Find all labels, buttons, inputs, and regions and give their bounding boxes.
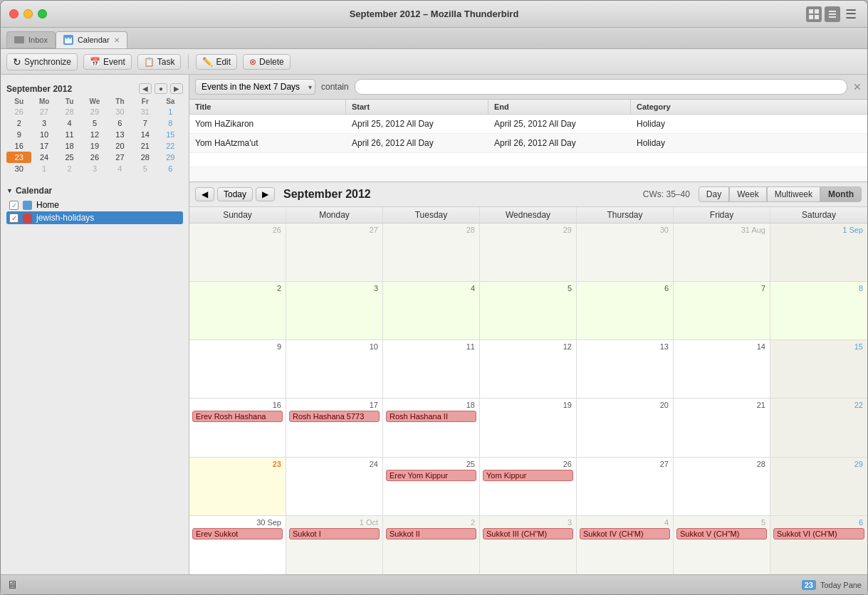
- mini-cal-day-5-1[interactable]: 1: [31, 163, 56, 174]
- cal-day-22[interactable]: 22: [770, 399, 867, 456]
- mini-cal-day-3-0[interactable]: 16: [6, 140, 31, 152]
- mini-cal-day-0-0[interactable]: 26: [6, 106, 31, 117]
- cal-day-7[interactable]: 7: [674, 282, 770, 339]
- task-button[interactable]: 📋 Task: [137, 54, 182, 70]
- cal-day-19[interactable]: 19: [480, 399, 577, 456]
- cal-day-30-aug[interactable]: 30: [577, 223, 674, 281]
- view-week-button[interactable]: Week: [729, 186, 766, 202]
- event-sukkot-i[interactable]: Sukkot I: [289, 528, 380, 539]
- mini-cal-day-5-5[interactable]: 5: [132, 163, 157, 174]
- tab-inbox[interactable]: Inbox: [6, 31, 56, 48]
- calendar-section-header[interactable]: ▼ Calendar: [6, 186, 183, 196]
- event-button[interactable]: 📅 Event: [83, 54, 132, 70]
- col-title[interactable]: Title: [189, 100, 346, 114]
- cal-day-5-oct[interactable]: 5 Sukkot V (CH"M): [674, 516, 770, 574]
- event-rosh-hashana-ii[interactable]: Rosh Hashana II: [386, 411, 476, 422]
- cal-day-27[interactable]: 27: [577, 458, 674, 515]
- home-checkbox[interactable]: ✓: [9, 201, 19, 210]
- jewish-checkbox[interactable]: ✓: [9, 214, 19, 223]
- mini-cal-day-5-3[interactable]: 3: [82, 163, 107, 174]
- filter-close-button[interactable]: ✕: [853, 81, 862, 93]
- mini-cal-day-3-4[interactable]: 20: [108, 140, 132, 152]
- mini-cal-day-1-1[interactable]: 3: [31, 117, 56, 129]
- menu-icon[interactable]: ☰: [843, 6, 859, 22]
- event-sukkot-iv[interactable]: Sukkot IV (CH'M): [580, 528, 670, 539]
- mini-cal-next[interactable]: ▶: [170, 83, 183, 94]
- cal-day-8[interactable]: 8: [770, 282, 867, 339]
- mini-cal-day-0-1[interactable]: 27: [31, 106, 56, 117]
- view-month-button[interactable]: Month: [820, 186, 862, 202]
- mini-cal-day-5-2[interactable]: 2: [57, 163, 82, 174]
- mini-cal-day-1-5[interactable]: 7: [132, 117, 157, 129]
- cal-day-23[interactable]: 23: [189, 458, 286, 515]
- tab-calendar-close[interactable]: ✕: [114, 36, 120, 44]
- mini-cal-day-3-3[interactable]: 19: [82, 140, 107, 152]
- close-button[interactable]: [9, 9, 19, 19]
- mini-cal-day-1-2[interactable]: 4: [57, 117, 82, 129]
- calendar-item-home[interactable]: ✓ Home: [6, 199, 183, 211]
- filter-select[interactable]: Events in the Next 7 Days All Events Tod…: [195, 79, 315, 95]
- cal-day-14[interactable]: 14: [674, 340, 770, 398]
- cal-day-18[interactable]: 18 Rosh Hashana II: [383, 399, 480, 456]
- cal-day-4[interactable]: 4: [383, 282, 480, 339]
- cal-day-2-oct[interactable]: 2 Sukkot II: [383, 516, 480, 574]
- mini-cal-prev[interactable]: ◀: [139, 83, 152, 94]
- cal-day-17[interactable]: 17 Rosh Hashana 5773: [286, 399, 383, 456]
- cal-next-button[interactable]: ▶: [256, 187, 275, 201]
- mini-cal-day-0-3[interactable]: 29: [82, 106, 107, 117]
- mini-cal-day-3-5[interactable]: 21: [132, 140, 157, 152]
- cal-day-11[interactable]: 11: [383, 340, 480, 398]
- cal-day-26-aug[interactable]: 26: [189, 223, 286, 281]
- mini-cal-day-2-0[interactable]: 9: [6, 129, 31, 140]
- cal-day-20[interactable]: 20: [577, 399, 674, 456]
- cal-day-3[interactable]: 3: [286, 282, 383, 339]
- mini-cal-day-5-4[interactable]: 4: [108, 163, 132, 174]
- sync-button[interactable]: ↻ Synchronize: [6, 53, 78, 70]
- cal-day-5[interactable]: 5: [480, 282, 577, 339]
- mini-cal-day-4-4[interactable]: 27: [108, 152, 132, 163]
- cal-day-15[interactable]: 15: [770, 340, 867, 398]
- minimize-button[interactable]: [23, 9, 33, 19]
- edit-button[interactable]: ✏️ Edit: [196, 54, 237, 70]
- mini-cal-day-1-0[interactable]: 2: [6, 117, 31, 129]
- event-erev-rosh-hashana[interactable]: Erev Rosh Hashana: [192, 411, 283, 422]
- cal-day-30-sep[interactable]: 30 Sep Erev Sukkot: [189, 516, 286, 574]
- mini-cal-day-3-2[interactable]: 18: [57, 140, 82, 152]
- mini-cal-day-3-6[interactable]: 22: [158, 140, 183, 152]
- mini-cal-day-5-0[interactable]: 30: [6, 163, 31, 174]
- mini-cal-day-2-4[interactable]: 13: [108, 129, 132, 140]
- cal-day-27-aug[interactable]: 27: [286, 223, 383, 281]
- event-rosh-hashana-5773[interactable]: Rosh Hashana 5773: [289, 411, 380, 422]
- mini-cal-day-3-1[interactable]: 17: [31, 140, 56, 152]
- col-category[interactable]: Category: [631, 100, 867, 114]
- mini-cal-day-2-1[interactable]: 10: [31, 129, 56, 140]
- cal-day-12[interactable]: 12: [480, 340, 577, 398]
- col-end[interactable]: End: [488, 100, 631, 114]
- mini-cal-day-4-0[interactable]: 23: [6, 152, 31, 163]
- mini-cal-day-4-6[interactable]: 29: [158, 152, 183, 163]
- mini-cal-day-4-1[interactable]: 24: [31, 152, 56, 163]
- cal-day-16[interactable]: 16 Erev Rosh Hashana: [189, 399, 286, 456]
- cal-day-21[interactable]: 21: [674, 399, 770, 456]
- cal-day-29[interactable]: 29: [770, 458, 867, 515]
- event-sukkot-vi[interactable]: Sukkot VI (CH'M): [773, 528, 864, 539]
- cal-day-28-aug[interactable]: 28: [383, 223, 480, 281]
- cal-today-button[interactable]: Today: [217, 187, 253, 201]
- mini-cal-day-0-2[interactable]: 28: [57, 106, 82, 117]
- cal-day-29-aug[interactable]: 29: [480, 223, 577, 281]
- tab-calendar[interactable]: Calendar ✕: [56, 31, 127, 48]
- cal-day-6[interactable]: 6: [577, 282, 674, 339]
- filter-search-input[interactable]: [355, 79, 847, 95]
- cal-day-1-oct[interactable]: 1 Oct Sukkot I: [286, 516, 383, 574]
- cal-day-24[interactable]: 24: [286, 458, 383, 515]
- event-row-0[interactable]: Yom HaZikaron April 25, 2012 All Day Apr…: [189, 115, 867, 134]
- mini-cal-day-4-5[interactable]: 28: [132, 152, 157, 163]
- list-view-icon[interactable]: [825, 6, 840, 22]
- cal-day-9[interactable]: 9: [189, 340, 286, 398]
- delete-button[interactable]: ⊗ Delete: [243, 54, 291, 70]
- cal-day-31-aug[interactable]: 31 Aug: [674, 223, 770, 281]
- cal-day-6-oct[interactable]: 6 Sukkot VI (CH'M): [770, 516, 867, 574]
- event-erev-sukkot[interactable]: Erev Sukkot: [192, 528, 283, 539]
- mini-cal-day-5-6[interactable]: 6: [158, 163, 183, 174]
- event-sukkot-v[interactable]: Sukkot V (CH"M): [676, 528, 767, 539]
